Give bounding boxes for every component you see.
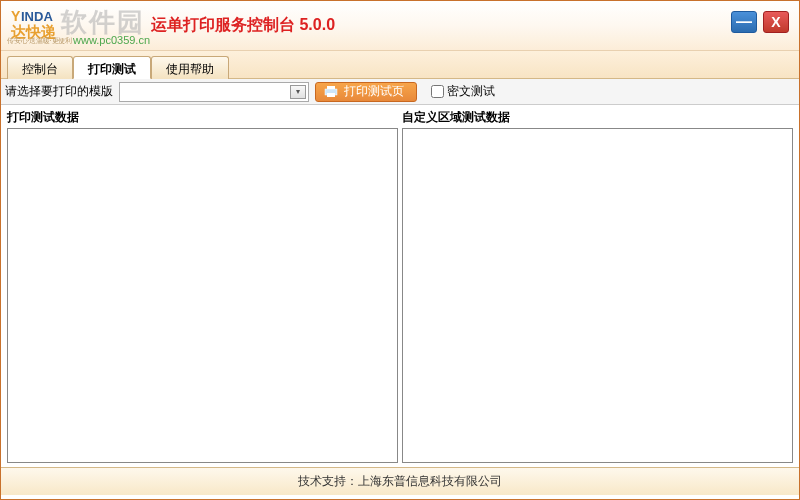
- right-panel-body: [402, 128, 793, 463]
- svg-text:Y: Y: [11, 8, 21, 24]
- template-select[interactable]: ▾: [119, 82, 309, 102]
- print-test-button[interactable]: 打印测试页: [315, 82, 417, 102]
- right-panel-title: 自定义区域测试数据: [402, 107, 793, 128]
- minimize-icon: —: [736, 13, 752, 31]
- watermark-url: www.pc0359.cn: [73, 34, 150, 46]
- footer-support-company: 上海东普信息科技有限公司: [358, 473, 502, 490]
- minimize-button[interactable]: —: [731, 11, 757, 33]
- left-panel-body: [7, 128, 398, 463]
- cipher-test-label: 密文测试: [447, 83, 495, 100]
- template-label: 请选择要打印的模版: [5, 83, 113, 100]
- printer-icon: [324, 86, 338, 98]
- right-panel: 自定义区域测试数据: [402, 107, 793, 463]
- content-area: 打印测试数据 自定义区域测试数据: [1, 105, 799, 467]
- tab-console[interactable]: 控制台: [7, 56, 73, 79]
- window-controls: — X: [731, 11, 789, 33]
- tab-strip: 控制台 打印测试 使用帮助: [1, 51, 799, 79]
- close-icon: X: [771, 14, 780, 30]
- left-panel: 打印测试数据: [7, 107, 398, 463]
- footer: 技术支持： 上海东普信息科技有限公司: [1, 467, 799, 495]
- cipher-test-checkbox[interactable]: [431, 85, 444, 98]
- svg-text:INDA: INDA: [21, 9, 53, 24]
- chevron-down-icon: ▾: [290, 85, 306, 99]
- footer-support-label: 技术支持：: [298, 473, 358, 490]
- toolbar: 请选择要打印的模版 ▾ 打印测试页 密文测试: [1, 79, 799, 105]
- app-title: 运单打印服务控制台 5.0.0: [151, 15, 335, 36]
- svg-rect-3: [327, 86, 335, 89]
- close-button[interactable]: X: [763, 11, 789, 33]
- left-panel-title: 打印测试数据: [7, 107, 398, 128]
- tab-print-test[interactable]: 打印测试: [73, 56, 151, 79]
- title-bar: Y INDA 达快递 传安心·送温暖·更便利 软件园 www.pc0359.cn…: [1, 1, 799, 51]
- tab-help[interactable]: 使用帮助: [151, 56, 229, 79]
- cipher-test-checkbox-wrap[interactable]: 密文测试: [431, 83, 495, 100]
- print-button-label: 打印测试页: [344, 83, 404, 100]
- svg-rect-5: [327, 93, 335, 97]
